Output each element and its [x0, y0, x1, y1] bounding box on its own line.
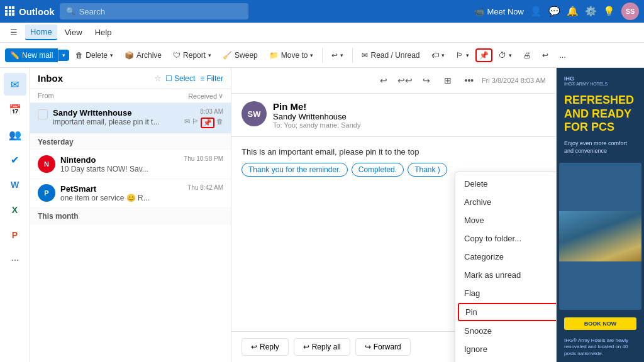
email-item[interactable]: Sandy Writtenhouse important email, plea… — [30, 103, 231, 134]
chat-icon[interactable]: 💬 — [548, 6, 560, 17]
app-logo[interactable]: Outlook — [5, 6, 55, 17]
tag-thank[interactable]: Thank ) — [408, 163, 447, 177]
email-date: Fri 3/8/2024 8:03 AM — [482, 77, 546, 84]
menu-home[interactable]: Home — [25, 25, 57, 40]
nav-people[interactable]: 👥 — [4, 123, 26, 146]
more-icon: ... — [560, 51, 566, 60]
timer-icon: ⏱ — [499, 51, 506, 60]
email-time: Thu 8:42 AM — [187, 184, 223, 191]
top-bar: Outlook 🔍 📹 Meet Now 👤 💬 🔔 ⚙️ 💡 SS — [0, 0, 644, 23]
teams-icon[interactable]: 👤 — [530, 6, 542, 17]
hamburger-icon[interactable]: ☰ — [5, 24, 23, 41]
pin-btn[interactable]: 📌 — [475, 48, 492, 62]
tag-reminder[interactable]: Thank you for the reminder. — [242, 163, 348, 177]
email-header-info: Pin Me! Sandy Writtenhouse To: You; sand… — [273, 101, 360, 129]
flag-btn[interactable]: 🏳 ▾ — [451, 48, 474, 62]
move-to-btn[interactable]: 📁 Move to ▾ — [264, 48, 319, 62]
reply-all-btn[interactable]: ↩↩ — [396, 72, 414, 89]
ad-cta-btn[interactable]: BOOK NOW — [564, 317, 636, 330]
read-icon: ✉ — [362, 51, 368, 60]
nav-tasks[interactable]: ✔ — [4, 148, 26, 171]
email-flag-icon[interactable]: 🏳 — [192, 118, 199, 128]
select-btn[interactable]: ☐ Select — [165, 74, 195, 83]
grid-icon — [5, 6, 15, 16]
compose-icon: ✏️ — [10, 51, 19, 60]
search-input[interactable] — [79, 7, 242, 16]
timer-btn[interactable]: ⏱ ▾ — [494, 48, 517, 62]
ctx-mark-unread[interactable]: Mark as unread — [455, 266, 556, 284]
ctx-ignore[interactable]: Ignore — [455, 340, 556, 358]
email-sender: Sandy Writtenhouse — [53, 108, 179, 118]
new-mail-btn[interactable]: ✏️ New mail — [5, 48, 58, 62]
nav-mail[interactable]: ✉ — [4, 73, 26, 96]
ad-brand-text: IHG® ARMY HOTELS — [564, 82, 608, 86]
nav-word[interactable]: W — [4, 173, 26, 196]
sweep-icon: 🧹 — [223, 51, 232, 60]
col-received[interactable]: Received ∨ — [188, 92, 223, 100]
grid-view-btn[interactable]: ⊞ — [439, 72, 457, 89]
report-icon: 🛡 — [173, 51, 180, 60]
new-mail-dropdown[interactable]: ▾ — [58, 50, 69, 61]
forward-btn[interactable]: ↪ — [418, 72, 435, 89]
app-name: Outlook — [19, 6, 55, 17]
ctx-delete[interactable]: Delete — [455, 175, 556, 193]
reply-btn[interactable]: ↩ — [375, 72, 392, 89]
ctx-categorize[interactable]: Categorize ▶ — [455, 248, 556, 266]
email-subject: important email, please pin it t... — [53, 118, 179, 126]
delete-btn[interactable]: 🗑 Delete ▾ — [70, 48, 118, 62]
reply-action-btn[interactable]: ↩ Reply — [242, 338, 289, 356]
ctx-snooze[interactable]: Snooze ▶ — [455, 322, 556, 340]
nav-excel[interactable]: X — [4, 199, 26, 221]
meet-now-btn[interactable]: 📹 Meet Now — [474, 7, 524, 16]
filter-btn[interactable]: ≡ Filter — [200, 74, 223, 83]
ctx-move[interactable]: Move ▶ — [455, 211, 556, 229]
tag-btn[interactable]: 🏷 ▾ — [426, 48, 450, 62]
sender-avatar: N — [38, 155, 55, 173]
more-options-btn[interactable]: ••• — [460, 72, 478, 89]
undo2-btn[interactable]: ↩ — [537, 48, 553, 62]
search-bar[interactable]: 🔍 — [60, 3, 248, 19]
ctx-copy-to-folder[interactable]: Copy to folder... ▶ — [455, 229, 556, 248]
lightbulb-icon[interactable]: 💡 — [603, 6, 615, 17]
report-btn[interactable]: 🛡 Report ▾ — [168, 48, 216, 62]
sweep-btn[interactable]: 🧹 Sweep — [218, 48, 263, 62]
ctx-report[interactable]: Report ▶ — [455, 358, 556, 362]
select-checkbox-icon: ☐ — [165, 74, 172, 83]
menu-help[interactable]: Help — [90, 25, 117, 40]
reading-pane: ↩ ↩↩ ↪ ⊞ ••• Fri 3/8/2024 8:03 AM SW Pin… — [231, 68, 556, 362]
reply-all-action-btn[interactable]: ↩ Reply all — [294, 338, 350, 356]
read-unread-btn[interactable]: ✉ Read / Unread — [357, 48, 425, 62]
ctx-pin[interactable]: Pin — [458, 303, 556, 321]
email-column-headers: From Received ∨ — [30, 89, 231, 103]
nav-powerpoint[interactable]: P — [4, 224, 26, 246]
menu-view[interactable]: View — [60, 25, 87, 40]
nav-calendar[interactable]: 📅 — [4, 98, 26, 121]
undo-icon: ↩ — [331, 51, 338, 60]
reading-pane-toolbar: ↩ ↩↩ ↪ ⊞ ••• Fri 3/8/2024 8:03 AM — [231, 68, 556, 94]
filter-icon: ≡ — [200, 74, 204, 83]
nav-apps[interactable]: ⋯ — [4, 249, 26, 272]
email-item[interactable]: N Nintendo 10 Day starts NOW! Sav... Thu… — [30, 150, 231, 179]
more-btn[interactable]: ... — [555, 48, 571, 62]
inbox-star-icon[interactable]: ☆ — [154, 74, 162, 83]
settings-icon[interactable]: ⚙️ — [585, 6, 597, 17]
avatar[interactable]: SS — [621, 3, 639, 20]
email-time: 8:03 AM — [200, 108, 223, 115]
bell-icon[interactable]: 🔔 — [567, 6, 579, 17]
archive-btn[interactable]: 📦 Archive — [119, 48, 167, 62]
print-btn[interactable]: 🖨 — [518, 48, 536, 62]
tag-completed[interactable]: Completed. — [352, 163, 404, 177]
ctx-flag[interactable]: Flag — [455, 284, 556, 302]
undo-btn[interactable]: ↩ ▾ — [326, 48, 348, 62]
new-mail-split[interactable]: ✏️ New mail ▾ — [5, 48, 69, 62]
email-item[interactable]: P PetSmart one item or service 😊 R... Th… — [30, 179, 231, 208]
email-checkbox[interactable] — [38, 109, 48, 119]
email-pin-icon[interactable]: 📌 — [203, 119, 212, 127]
reply-all-icon: ↩ — [303, 343, 309, 351]
left-nav: ✉ 📅 👥 ✔ W X P ⋯ — [0, 68, 30, 362]
ctx-archive[interactable]: Archive — [455, 193, 556, 211]
date-group-this-month: This month — [30, 208, 231, 224]
ad-room-image — [559, 211, 641, 261]
email-trash-icon[interactable]: 🗑 — [216, 118, 223, 128]
forward-action-btn[interactable]: ↪ Forward — [355, 338, 411, 356]
